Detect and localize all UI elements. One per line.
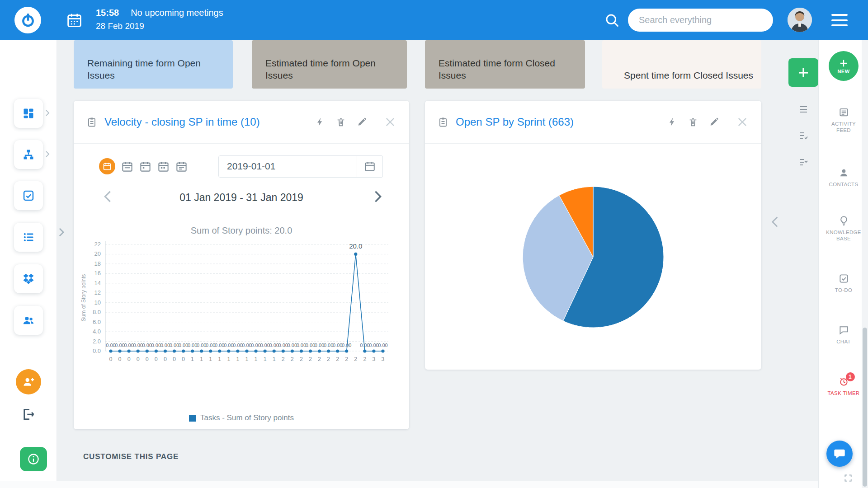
svg-text:10: 10 [94, 299, 101, 306]
dashboard-grid-icon [22, 107, 35, 120]
period-button-quarter[interactable] [157, 160, 170, 173]
date-input[interactable] [218, 155, 357, 178]
dock-item-todo[interactable]: TO-DO [819, 273, 868, 293]
lightning-icon[interactable] [667, 117, 677, 127]
chevron-right-icon[interactable] [45, 150, 52, 159]
chat-icon [839, 325, 849, 335]
svg-text:1: 1 [273, 356, 276, 362]
svg-text:2: 2 [345, 356, 348, 362]
chart-legend: Tasks - Sum of Story points [74, 413, 409, 422]
task-timer-icon: 1 [839, 376, 849, 387]
svg-text:20.0: 20.0 [349, 242, 362, 250]
person-add-icon [22, 375, 35, 388]
dock-item-activity-feed[interactable]: ACTIVITY FEED [819, 107, 868, 133]
dropbox-icon [22, 272, 35, 285]
sidebar-item-team[interactable] [14, 306, 43, 335]
summary-card-spent-closed[interactable]: Spent time form Closed Issues [602, 40, 761, 89]
svg-text:1: 1 [191, 356, 194, 362]
period-nav: 01 Jan 2019 - 31 Jan 2019 [74, 188, 409, 207]
summary-card-label: Remaining time form Open Issues [87, 57, 221, 81]
time-label: 15:58 [96, 6, 119, 19]
period-button-week[interactable] [121, 160, 133, 173]
lightning-icon[interactable] [315, 117, 325, 127]
logout-button[interactable] [21, 407, 36, 422]
svg-text:1: 1 [255, 356, 258, 362]
dock-item-contacts[interactable]: CONTACTS [819, 168, 868, 188]
close-widget-icon[interactable] [736, 116, 749, 128]
invite-button[interactable] [16, 369, 41, 394]
date-picker-button[interactable] [357, 155, 383, 178]
dock-item-task-timer[interactable]: 1 TASK TIMER [819, 376, 868, 396]
delete-widget-icon[interactable] [688, 117, 698, 127]
customise-page-link[interactable]: CUSTOMISE THIS PAGE [83, 452, 179, 461]
svg-text:Sum of Story points: Sum of Story points [80, 274, 87, 322]
svg-text:20: 20 [94, 250, 101, 257]
svg-text:0.00: 0.00 [151, 343, 161, 348]
widget-list-icon[interactable] [798, 104, 809, 115]
svg-text:2: 2 [363, 356, 366, 362]
close-widget-icon[interactable] [384, 116, 396, 128]
svg-text:0.00: 0.00 [315, 343, 324, 348]
prev-period-chevron[interactable] [104, 190, 113, 204]
chevron-right-icon[interactable] [45, 109, 52, 117]
contacts-icon [839, 168, 849, 178]
collapse-dock-chevron[interactable] [771, 216, 779, 229]
period-controls [99, 153, 383, 179]
dock-item-label: TO-DO [825, 287, 862, 293]
edit-widget-icon[interactable] [709, 117, 719, 127]
calendar-icon[interactable] [66, 12, 83, 28]
left-sidebar [0, 40, 57, 488]
date-label: 28 Feb 2019 [96, 19, 223, 33]
dock-item-chat[interactable]: CHAT [819, 325, 868, 345]
dock-item-knowledge-base[interactable]: KNOWLEDGE BASE [819, 216, 868, 242]
add-widget-button[interactable] [788, 58, 818, 87]
summary-card-label: Spent time form Closed Issues [624, 69, 753, 81]
legend-label: Tasks - Sum of Story points [200, 413, 294, 422]
vertical-scrollbar-thumb[interactable] [863, 328, 867, 487]
svg-text:0.00: 0.00 [297, 343, 306, 348]
app-logo[interactable] [14, 7, 41, 33]
sidebar-expand-chevron[interactable] [58, 227, 66, 238]
search-input[interactable] [628, 9, 773, 32]
task-check-icon [22, 189, 35, 202]
list-icon [22, 231, 35, 244]
svg-text:0.00: 0.00 [179, 343, 188, 348]
delete-widget-icon[interactable] [336, 117, 346, 127]
summary-card-remaining-open[interactable]: Remaining time form Open Issues [74, 40, 233, 89]
summary-card-estimated-open[interactable]: Estimated time form Open Issues [252, 40, 407, 89]
new-button[interactable]: NEW [829, 51, 859, 81]
next-period-chevron[interactable] [374, 190, 383, 204]
search-icon[interactable] [604, 12, 620, 28]
sidebar-item-projects[interactable] [14, 140, 43, 169]
sidebar-item-lists[interactable] [14, 223, 43, 252]
svg-text:0.00: 0.00 [142, 343, 152, 348]
svg-text:1: 1 [209, 356, 212, 362]
legend-swatch [189, 415, 196, 422]
svg-text:0.00: 0.00 [278, 343, 288, 348]
period-button-year[interactable] [175, 160, 188, 173]
svg-text:3: 3 [382, 356, 385, 362]
widget-filter-list-icon[interactable] [798, 157, 809, 168]
knowledge-base-icon [839, 216, 849, 226]
sidebar-item-dropbox[interactable] [14, 264, 43, 293]
svg-text:0.00: 0.00 [288, 343, 297, 348]
widget-checklist-icon[interactable] [798, 130, 809, 141]
hierarchy-icon [22, 148, 35, 161]
svg-text:0.00: 0.00 [306, 343, 315, 348]
topbar-status: 15:58 No upcoming meetings 28 Feb 2019 [96, 6, 223, 33]
sidebar-item-tasks[interactable] [14, 181, 43, 210]
info-button[interactable] [20, 447, 47, 471]
sidebar-item-dashboard[interactable] [14, 99, 43, 128]
period-button-month[interactable] [139, 160, 151, 173]
summary-card-estimated-closed[interactable]: Estimated time form Closed Issues [425, 40, 585, 89]
edit-widget-icon[interactable] [357, 117, 367, 127]
user-avatar[interactable] [788, 8, 812, 32]
svg-text:0.00: 0.00 [124, 343, 133, 348]
period-button-day-active[interactable] [99, 158, 115, 174]
fullscreen-icon[interactable] [844, 474, 853, 483]
svg-text:3: 3 [372, 356, 375, 362]
svg-text:0.00: 0.00 [342, 343, 351, 348]
menu-icon[interactable] [831, 14, 848, 26]
svg-text:2: 2 [327, 356, 330, 362]
intercom-chat-button[interactable] [826, 441, 853, 467]
